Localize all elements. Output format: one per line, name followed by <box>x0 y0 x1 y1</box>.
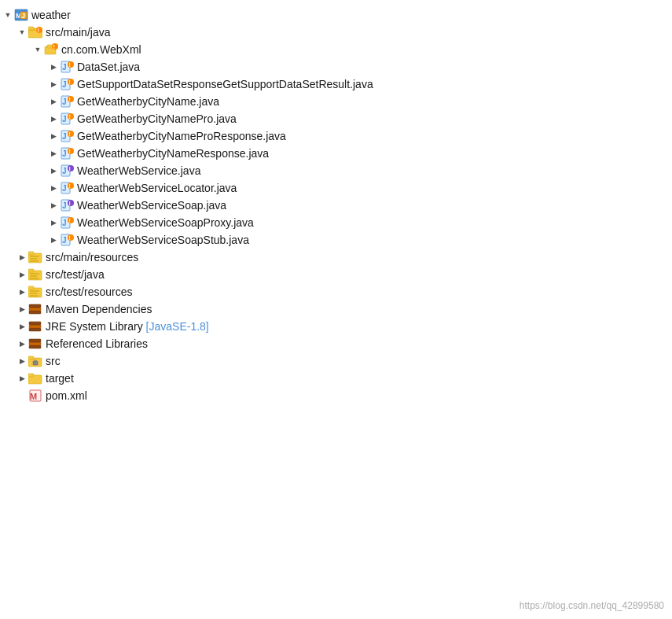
chevron-target[interactable] <box>16 372 28 385</box>
tree-item-weatherwebservicesoapstub[interactable]: J ! WeatherWebServiceSoapStub.java <box>0 231 672 249</box>
tree-item-referenced-libraries[interactable]: Referenced Libraries <box>0 335 672 352</box>
chevron-dataset[interactable] <box>47 61 60 73</box>
tree-item-getsupportdataset[interactable]: J ! GetSupportDataSetResponseGetSupportD… <box>0 76 672 93</box>
chevron-src-main-java[interactable] <box>16 26 28 39</box>
svg-rect-72 <box>29 311 41 314</box>
svg-text:J: J <box>62 149 67 158</box>
tree-item-label: WeatherWebService.java <box>77 164 200 177</box>
tree-item-src-test-resources[interactable]: src/test/resources <box>0 283 672 300</box>
java-warning-icon: J ! <box>60 112 74 126</box>
java-warning-icon: J ! <box>60 94 74 109</box>
source-folder-resources-icon <box>28 250 42 264</box>
tree-item-getweatherbycitynameresponse[interactable]: J ! GetWeatherbyCityNameResponse.java <box>0 145 672 162</box>
tree-item-label: src/test/java <box>46 268 105 281</box>
chevron-cn-com-webxml[interactable] <box>31 43 44 56</box>
tree-item-getweatherbycitynamepro[interactable]: J ! GetWeatherbyCityNamePro.java <box>0 110 672 127</box>
svg-rect-77 <box>29 322 41 325</box>
library-icon <box>28 319 42 333</box>
chevron-maven-dependencies[interactable] <box>16 303 28 315</box>
svg-rect-78 <box>29 345 41 348</box>
svg-text:!: ! <box>53 44 55 50</box>
svg-rect-80 <box>29 339 41 342</box>
chevron-getweatherbycitynamepro[interactable] <box>47 112 60 125</box>
svg-text:!: ! <box>69 79 71 85</box>
source-folder-test-icon <box>28 267 42 282</box>
tree-item-label: src/main/resources <box>46 251 138 263</box>
tree-item-label: WeatherWebServiceSoap.java <box>77 199 226 212</box>
tree-item-label: src <box>46 355 61 367</box>
tree-item-label: GetWeatherbyCityNamePro.java <box>77 112 237 125</box>
jre-suffix: [JavaSE-1.8] <box>146 320 209 333</box>
svg-rect-6 <box>28 27 34 30</box>
svg-text:!: ! <box>69 97 71 102</box>
chevron-referenced-libraries[interactable] <box>16 337 28 350</box>
tree-item-label: WeatherWebServiceSoapStub.java <box>77 234 249 246</box>
chevron-weatherwebservicelocator[interactable] <box>47 182 60 194</box>
tree-item-pom[interactable]: M pom.xml <box>0 387 672 404</box>
svg-text:!: ! <box>69 183 71 189</box>
svg-rect-75 <box>29 328 41 331</box>
tree-item-getweatherbycityname[interactable]: J ! GetWeatherbyCityName.java <box>0 93 672 110</box>
tree-item-jre-system-library[interactable]: JRE System Library [JavaSE-1.8] <box>0 318 672 335</box>
chevron-getsupportdataset[interactable] <box>47 78 60 90</box>
svg-text:J: J <box>62 63 67 72</box>
tree-item-label: cn.com.WebXml <box>61 43 141 56</box>
package-icon: ! <box>44 42 58 57</box>
tree-item-weatherwebservicesoapproxy[interactable]: J ! WeatherWebServiceSoapProxy.java <box>0 214 672 231</box>
source-folder-testres-icon <box>28 285 42 299</box>
svg-text:J: J <box>62 167 67 175</box>
svg-rect-63 <box>28 269 34 272</box>
chevron-src-test-java[interactable] <box>16 268 28 281</box>
tree-item-src-test-java[interactable]: src/test/java <box>0 266 672 283</box>
tree-item-src[interactable]: src <box>0 352 672 370</box>
svg-text:J: J <box>62 98 67 106</box>
chevron-weatherwebservicesoap[interactable] <box>47 199 60 212</box>
chevron-jre-system-library[interactable] <box>16 320 28 333</box>
tree-root-weather[interactable]: M J weather <box>0 6 672 24</box>
tree-item-label: GetWeatherbyCityNameProResponse.java <box>77 130 286 142</box>
tree-item-getweatherbycitynameproresponse[interactable]: J ! GetWeatherbyCityNameProResponse.java <box>0 127 672 145</box>
tree-root-label: weather <box>31 9 71 21</box>
java-interface-icon: J I <box>60 164 74 178</box>
java-warning-icon: J ! <box>60 181 74 195</box>
tree-item-label: Maven Dependencies <box>46 303 152 315</box>
svg-text:J: J <box>62 201 67 210</box>
svg-text:!: ! <box>69 62 71 68</box>
chevron-weatherwebservicesoapproxy[interactable] <box>47 216 60 229</box>
svg-rect-79 <box>29 342 41 345</box>
svg-text:!: ! <box>69 218 71 223</box>
tree-item-src-main-resources[interactable]: src/main/resources <box>0 249 672 266</box>
chevron-getweatherbycitynameproresponse[interactable] <box>47 130 60 142</box>
java-warning-icon: J ! <box>60 216 74 230</box>
tree-item-cn-com-webxml[interactable]: ! cn.com.WebXml <box>0 41 672 58</box>
tree-item-label: target <box>46 372 74 385</box>
tree-item-label: pom.xml <box>46 389 87 402</box>
chevron-getweatherbycitynameresponse[interactable] <box>47 147 60 160</box>
tree-item-weatherwebservicesoap[interactable]: J I WeatherWebServiceSoap.java <box>0 197 672 214</box>
watermark: https://blog.csdn.net/qq_42899580 <box>520 600 664 611</box>
tree-item-weatherwebservice[interactable]: J I WeatherWebService.java <box>0 162 672 179</box>
chevron-weatherwebservicesoapstub[interactable] <box>47 234 60 246</box>
tree-item-label: WeatherWebServiceSoapProxy.java <box>77 216 254 229</box>
chevron-getweatherbycityname[interactable] <box>47 95 60 108</box>
tree-item-weatherwebservicelocator[interactable]: J ! WeatherWebServiceLocator.java <box>0 179 672 197</box>
tree-item-label: Referenced Libraries <box>46 337 148 350</box>
svg-rect-74 <box>29 304 41 308</box>
tree-item-label: JRE System Library [JavaSE-1.8] <box>46 320 209 333</box>
maven-icon: M <box>28 389 42 403</box>
java-warning-icon: J ! <box>60 146 74 160</box>
chevron-src-main-resources[interactable] <box>16 251 28 263</box>
tree-item-dataset[interactable]: J ! DataSet.java <box>0 58 672 76</box>
tree-item-target[interactable]: target <box>0 370 672 387</box>
svg-text:J: J <box>62 132 67 141</box>
tree-item-maven-dependencies[interactable]: Maven Dependencies <box>0 300 672 318</box>
chevron-src-test-resources[interactable] <box>16 286 28 298</box>
tree-item-src-main-java[interactable]: ! src/main/java <box>0 24 672 41</box>
svg-text:!: ! <box>69 131 71 137</box>
chevron-weather[interactable] <box>2 9 14 21</box>
svg-text:!: ! <box>69 235 71 241</box>
source-folder-icon: ! <box>28 25 42 39</box>
chevron-weatherwebservice[interactable] <box>47 164 60 177</box>
svg-text:I: I <box>69 166 71 171</box>
chevron-src[interactable] <box>16 355 28 367</box>
